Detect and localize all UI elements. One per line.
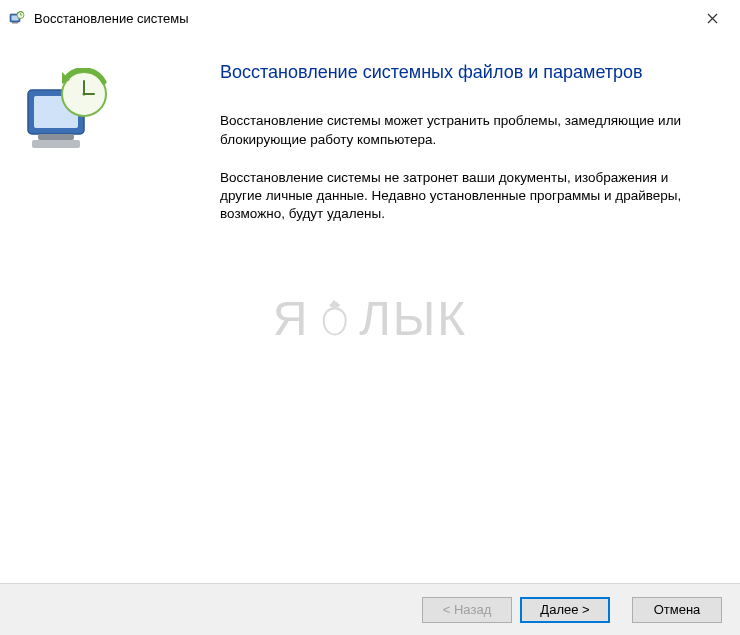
close-button[interactable] — [692, 3, 732, 33]
window-title: Восстановление системы — [34, 11, 692, 26]
wizard-main: Восстановление системных файлов и параме… — [190, 48, 740, 578]
intro-paragraph-2: Восстановление системы не затронет ваши … — [220, 169, 700, 224]
system-restore-title-icon — [8, 9, 26, 27]
wizard-sidebar — [0, 48, 190, 578]
svg-rect-7 — [38, 134, 74, 140]
page-heading: Восстановление системных файлов и параме… — [220, 60, 700, 84]
svg-rect-2 — [12, 22, 18, 24]
svg-rect-8 — [32, 140, 80, 148]
system-restore-icon — [20, 68, 120, 158]
intro-paragraph-1: Восстановление системы может устранить п… — [220, 112, 700, 148]
titlebar: Восстановление системы — [0, 0, 740, 36]
next-button[interactable]: Далее > — [520, 597, 610, 623]
back-button: < Назад — [422, 597, 512, 623]
wizard-content: Восстановление системных файлов и параме… — [0, 36, 740, 578]
cancel-button[interactable]: Отмена — [632, 597, 722, 623]
button-bar: < Назад Далее > Отмена — [0, 583, 740, 635]
